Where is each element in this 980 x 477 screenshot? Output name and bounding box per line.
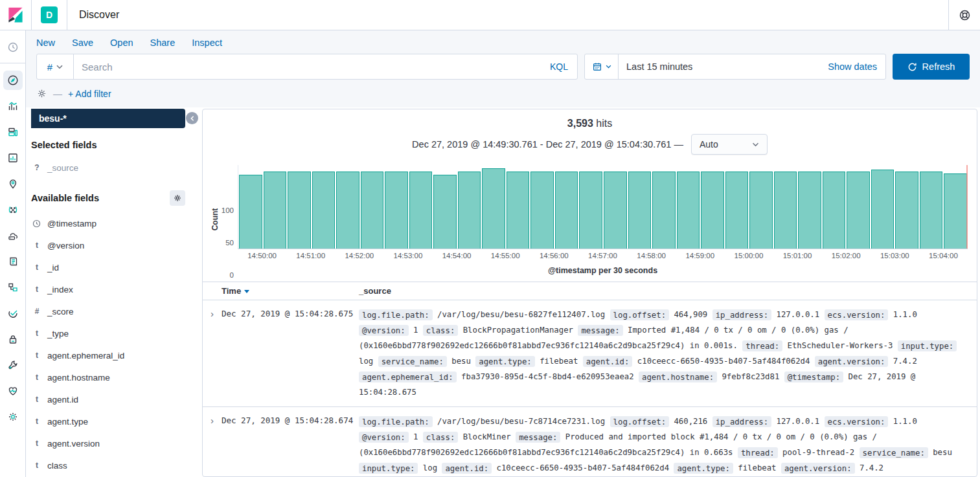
histogram-bar[interactable] [920,172,943,249]
hash-filter-label: # [47,61,52,72]
histogram-bar[interactable] [895,172,918,249]
nav-dashboard[interactable] [0,119,26,145]
field-settings-button[interactable] [170,190,185,206]
field-item-agent.type[interactable]: tagent.type [31,410,194,432]
field-item-class[interactable]: tclass [31,454,194,476]
histogram-bar[interactable] [871,170,895,249]
kql-toggle[interactable]: KQL [541,54,577,79]
histogram-bar[interactable] [385,172,408,249]
nav-machine-learning[interactable] [0,197,26,223]
nav-canvas[interactable] [0,145,26,171]
histogram-bar[interactable] [579,172,602,249]
histogram-bar[interactable] [336,172,359,249]
show-dates-button[interactable]: Show dates [819,61,885,72]
histogram-bar[interactable] [847,172,870,249]
filter-settings-gear-icon[interactable] [36,88,47,99]
source-field-name: log.file.path: [359,416,433,427]
histogram-bar[interactable] [749,172,773,249]
field-item-@timestamp[interactable]: @timestamp [31,212,194,234]
histogram-bar[interactable] [774,172,797,249]
histogram-bar[interactable] [604,172,627,249]
field-item-_score[interactable]: #_score [31,300,194,322]
expand-row-icon[interactable]: › [203,307,222,400]
histogram-bar[interactable] [507,172,530,249]
search-input[interactable] [74,54,541,79]
kibana-logo[interactable] [0,0,32,30]
histogram-bar[interactable] [823,172,846,249]
nav-stack-monitoring[interactable] [0,378,26,404]
breadcrumb[interactable]: D [32,0,67,30]
help-button[interactable] [948,0,980,30]
nav-uptime[interactable] [0,300,26,326]
histogram-bar[interactable] [288,172,311,249]
nav-link-share[interactable]: Share [150,38,176,48]
field-item-@version[interactable]: t@version [31,234,194,256]
histogram-bar[interactable] [944,173,967,249]
index-pattern-selector[interactable]: besu-* [31,109,185,128]
available-fields-heading: Available fields [31,190,194,206]
nav-logs[interactable] [0,249,26,274]
sort-descending-icon[interactable] [244,290,249,293]
histogram-bar[interactable] [628,172,652,249]
nav-infrastructure[interactable] [0,274,26,300]
table-row: ›Dec 27, 2019 @ 15:04:28.675log.file.pat… [203,300,977,407]
refresh-icon [907,62,917,72]
refresh-button[interactable]: Refresh [893,54,970,80]
field-item-_index[interactable]: t_index [31,278,194,300]
histogram-bar[interactable] [798,172,821,249]
histogram-bar[interactable] [409,172,433,249]
compass-icon [7,74,19,86]
collapse-sidebar-button[interactable] [186,112,198,124]
field-item-_type[interactable]: t_type [31,322,194,344]
field-item-agent.hostname[interactable]: tagent.hostname [31,366,194,388]
calendar-icon [592,61,602,72]
recently-viewed-button[interactable] [0,34,26,60]
nav-maps[interactable] [0,171,26,197]
histogram-bar[interactable] [312,172,336,249]
x-axis-tick-label: 14:58:00 [637,252,666,260]
field-item-agent.version[interactable]: tagent.version [31,432,194,454]
field-item-_source[interactable]: ?_source [31,157,194,179]
nav-link-inspect[interactable]: Inspect [192,38,222,48]
nav-security[interactable] [0,326,26,352]
histogram-bar[interactable] [725,172,749,249]
field-name: agent.type [47,417,88,427]
calendar-button[interactable] [585,54,619,79]
field-item-agent.ephemeral_id[interactable]: tagent.ephemeral_id [31,344,194,366]
histogram-bar[interactable] [530,172,554,249]
hits-count: 3,593 [567,118,593,129]
field-name: agent.version [47,439,100,449]
discover-breadcrumb-badge[interactable]: D [41,6,58,23]
nav-apm[interactable] [0,223,26,249]
nav-link-save[interactable]: Save [72,38,93,48]
filter-bar: — + Add filter [26,80,980,106]
field-item-agent.id[interactable]: tagent.id [31,388,194,410]
nav-dev-tools[interactable] [0,352,26,378]
histogram-bar[interactable] [239,175,262,249]
histogram-bar[interactable] [652,172,676,249]
string-field-icon: t [32,263,41,272]
histogram-bar[interactable] [361,172,384,249]
filter-dash: — [53,89,62,99]
histogram-bar[interactable] [433,175,457,249]
nav-discover[interactable] [0,67,26,93]
field-item-_id[interactable]: t_id [31,256,194,278]
histogram-bar[interactable] [555,172,578,249]
histogram-bar[interactable] [677,172,700,249]
interval-select[interactable]: Auto [691,134,768,155]
query-language-filter-button[interactable]: # [37,54,74,79]
nav-link-open[interactable]: Open [110,38,133,48]
nav-management[interactable] [0,404,26,430]
nav-link-new[interactable]: New [36,38,55,48]
histogram-bar[interactable] [264,172,287,249]
wrench-icon [7,359,19,371]
time-column-header[interactable]: Time [222,286,359,296]
expand-row-icon[interactable]: › [203,414,222,477]
field-name: _index [47,285,73,294]
histogram-bar[interactable] [701,172,724,249]
histogram-bar[interactable] [458,172,481,249]
add-filter-button[interactable]: + Add filter [68,89,111,99]
time-range-value[interactable]: Last 15 minutes [619,61,819,72]
histogram-bar[interactable] [482,168,505,249]
nav-visualize[interactable] [0,93,26,119]
